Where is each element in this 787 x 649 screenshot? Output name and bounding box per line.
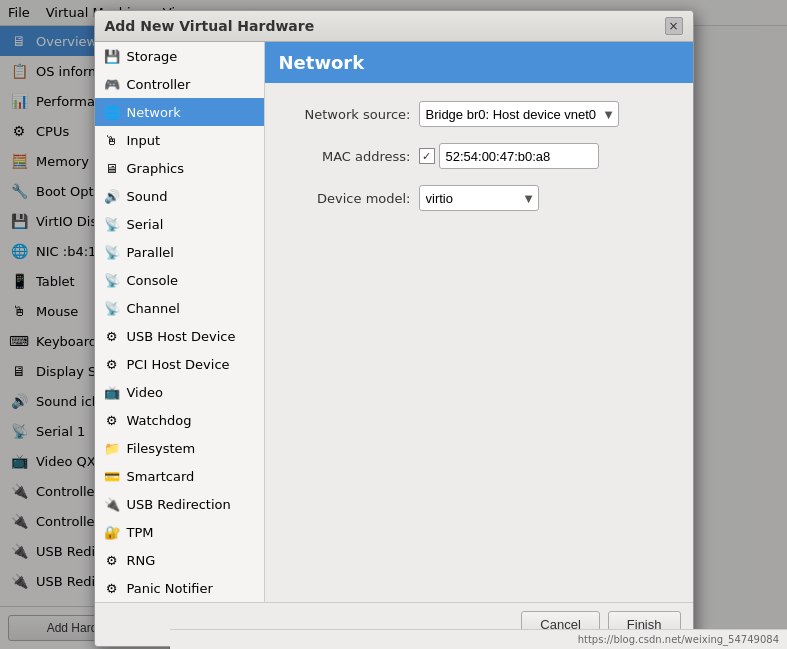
hw-icon-channel: 📡 [103, 299, 121, 317]
hw-label-sound: Sound [127, 189, 168, 204]
device-model-wrapper: virtio ▼ [419, 185, 539, 211]
hw-item-rng[interactable]: ⚙ RNG [95, 546, 264, 574]
hw-item-console[interactable]: 📡 Console [95, 266, 264, 294]
hw-icon-sound: 🔊 [103, 187, 121, 205]
hw-icon-tpm: 🔐 [103, 523, 121, 541]
hw-icon-watchdog: ⚙ [103, 411, 121, 429]
hw-label-panic: Panic Notifier [127, 581, 213, 596]
device-model-select[interactable]: virtio [419, 185, 539, 211]
hw-icon-graphics: 🖥 [103, 159, 121, 177]
hw-item-usb-redir[interactable]: 🔌 USB Redirection [95, 490, 264, 518]
hw-item-sound[interactable]: 🔊 Sound [95, 182, 264, 210]
hw-item-smartcard[interactable]: 💳 Smartcard [95, 462, 264, 490]
hw-label-controller: Controller [127, 77, 191, 92]
hw-item-input[interactable]: 🖱 Input [95, 126, 264, 154]
hw-icon-serial: 📡 [103, 215, 121, 233]
hw-label-watchdog: Watchdog [127, 413, 192, 428]
hw-item-serial[interactable]: 📡 Serial [95, 210, 264, 238]
network-source-row: Network source: Bridge br0: Host device … [281, 101, 677, 127]
hw-label-input: Input [127, 133, 161, 148]
status-url: https://blog.csdn.net/weixing_54749084 [578, 634, 779, 645]
hw-item-video[interactable]: 📺 Video [95, 378, 264, 406]
hw-label-filesystem: Filesystem [127, 441, 196, 456]
hw-item-watchdog[interactable]: ⚙ Watchdog [95, 406, 264, 434]
hw-item-parallel[interactable]: 📡 Parallel [95, 238, 264, 266]
close-button[interactable]: × [665, 17, 683, 35]
hw-label-video: Video [127, 385, 163, 400]
hw-item-controller[interactable]: 🎮 Controller [95, 70, 264, 98]
hw-label-parallel: Parallel [127, 245, 174, 260]
mac-address-row: MAC address: [281, 143, 677, 169]
hw-icon-panic: ⚙ [103, 579, 121, 597]
detail-header: Network [265, 42, 693, 83]
hw-item-pci-host[interactable]: ⚙ PCI Host Device [95, 350, 264, 378]
hw-item-panic[interactable]: ⚙ Panic Notifier [95, 574, 264, 602]
hw-item-graphics[interactable]: 🖥 Graphics [95, 154, 264, 182]
modal-body: 💾 Storage 🎮 Controller 🌐 Network 🖱 Input… [95, 42, 693, 602]
hw-icon-usb-host: ⚙ [103, 327, 121, 345]
hw-label-usb-redir: USB Redirection [127, 497, 231, 512]
hw-label-console: Console [127, 273, 179, 288]
hw-item-channel[interactable]: 📡 Channel [95, 294, 264, 322]
hw-label-usb-host: USB Host Device [127, 329, 236, 344]
network-source-wrapper: Bridge br0: Host device vnet0 ▼ [419, 101, 619, 127]
modal-title: Add New Virtual Hardware [105, 18, 315, 34]
hw-icon-rng: ⚙ [103, 551, 121, 569]
hw-item-storage[interactable]: 💾 Storage [95, 42, 264, 70]
network-source-select[interactable]: Bridge br0: Host device vnet0 [419, 101, 619, 127]
device-model-row: Device model: virtio ▼ [281, 185, 677, 211]
mac-control-group [419, 143, 599, 169]
network-source-label: Network source: [281, 107, 411, 122]
mac-address-label: MAC address: [281, 149, 411, 164]
hw-label-storage: Storage [127, 49, 178, 64]
hw-icon-network: 🌐 [103, 103, 121, 121]
hw-icon-parallel: 📡 [103, 243, 121, 261]
hw-label-serial: Serial [127, 217, 164, 232]
hw-label-channel: Channel [127, 301, 180, 316]
add-hardware-modal: Add New Virtual Hardware × 💾 Storage 🎮 C… [94, 10, 694, 647]
hw-icon-smartcard: 💳 [103, 467, 121, 485]
hw-icon-filesystem: 📁 [103, 439, 121, 457]
hw-icon-storage: 💾 [103, 47, 121, 65]
hw-item-usb-host[interactable]: ⚙ USB Host Device [95, 322, 264, 350]
statusbar: https://blog.csdn.net/weixing_54749084 [170, 629, 787, 649]
mac-checkbox[interactable] [419, 148, 435, 164]
hw-label-network: Network [127, 105, 181, 120]
detail-panel: Network Network source: Bridge br0: Host… [265, 42, 693, 602]
hw-item-filesystem[interactable]: 📁 Filesystem [95, 434, 264, 462]
app-window: File Virtual Machine View 🖥 Overview 📋 O… [0, 0, 787, 649]
hw-label-tpm: TPM [127, 525, 154, 540]
hw-list: 💾 Storage 🎮 Controller 🌐 Network 🖱 Input… [95, 42, 265, 602]
modal-titlebar: Add New Virtual Hardware × [95, 11, 693, 42]
hw-icon-video: 📺 [103, 383, 121, 401]
modal-overlay: Add New Virtual Hardware × 💾 Storage 🎮 C… [0, 0, 787, 649]
hw-icon-controller: 🎮 [103, 75, 121, 93]
hw-label-rng: RNG [127, 553, 156, 568]
hw-icon-input: 🖱 [103, 131, 121, 149]
hw-item-network[interactable]: 🌐 Network [95, 98, 264, 126]
hw-item-tpm[interactable]: 🔐 TPM [95, 518, 264, 546]
hw-label-graphics: Graphics [127, 161, 184, 176]
hw-icon-usb-redir: 🔌 [103, 495, 121, 513]
mac-address-input[interactable] [439, 143, 599, 169]
hw-label-smartcard: Smartcard [127, 469, 195, 484]
hw-label-pci-host: PCI Host Device [127, 357, 230, 372]
detail-content: Network source: Bridge br0: Host device … [265, 83, 693, 602]
hw-icon-pci-host: ⚙ [103, 355, 121, 373]
device-model-label: Device model: [281, 191, 411, 206]
hw-icon-console: 📡 [103, 271, 121, 289]
